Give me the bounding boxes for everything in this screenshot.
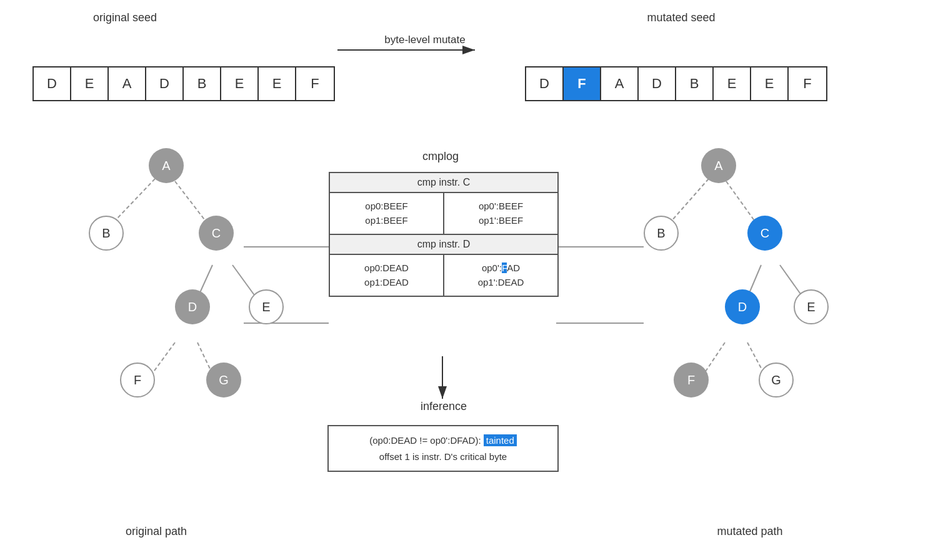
left-node-B: B (89, 216, 124, 251)
left-node-C: C (199, 216, 234, 251)
right-node-D: D (725, 289, 760, 324)
left-node-F: F (120, 362, 155, 398)
original-seed-label: original seed (37, 11, 212, 24)
mutated-seed-cell-5: E (714, 68, 751, 100)
byte-level-mutate-label: byte-level mutate (362, 34, 487, 46)
inference-line1: (op0:DEAD != op0':DFAD): tainted (339, 432, 547, 449)
mutated-seed-cell-2: A (601, 68, 639, 100)
right-node-F: F (674, 362, 709, 398)
mutated-seed-cell-6: E (751, 68, 789, 100)
mutated-seed-cell-1-highlighted: F (564, 68, 601, 100)
tainted-badge: tainted (484, 434, 517, 446)
inference-box: (op0:DEAD != op0':DFAD): tainted offset … (327, 425, 559, 472)
original-seed-cell-3: D (146, 68, 184, 100)
main-diagram: original seed mutated seed byte-level mu… (0, 0, 933, 560)
original-path-label: original path (94, 525, 219, 538)
mutated-seed-box: D F A D B E E F (525, 66, 827, 101)
original-seed-box: D E A D B E E F (32, 66, 335, 101)
original-seed-cell-0: D (34, 68, 71, 100)
right-node-C: C (747, 216, 782, 251)
inference-label: inference (381, 400, 506, 413)
mutated-seed-cell-7: F (789, 68, 826, 100)
left-node-G: G (206, 362, 241, 398)
mutated-path-label: mutated path (687, 525, 812, 538)
left-node-E: E (249, 289, 284, 324)
mutated-seed-label: mutated seed (594, 11, 769, 24)
mutated-seed-cell-3: D (639, 68, 676, 100)
original-seed-cell-6: E (259, 68, 296, 100)
original-seed-cell-1: E (71, 68, 109, 100)
right-node-E: E (794, 289, 829, 324)
right-node-B: B (644, 216, 679, 251)
left-node-D: D (175, 289, 210, 324)
cmplog-section1-header: cmp instr. C (330, 173, 557, 193)
original-seed-cell-4: B (184, 68, 221, 100)
cmplog-s2-cell1: op0:DEAD op1:DEAD (330, 255, 443, 296)
mutated-seed-cell-4: B (676, 68, 714, 100)
cmplog-label: cmplog (369, 150, 512, 163)
original-seed-cell-7: F (296, 68, 334, 100)
cmplog-section2-header: cmp instr. D (330, 234, 557, 255)
cmplog-s2-cell2: op0':FAD op1':DEAD (443, 255, 557, 296)
cmplog-table: cmp instr. C op0:BEEF op1:BEEF op0':BEEF… (329, 172, 559, 297)
original-seed-cell-2: A (109, 68, 146, 100)
cmplog-s1-cell1: op0:BEEF op1:BEEF (330, 193, 443, 234)
cmplog-section2-row: op0:DEAD op1:DEAD op0':FAD op1':DEAD (330, 255, 557, 296)
mutated-seed-cell-0: D (526, 68, 564, 100)
right-node-A: A (701, 148, 736, 183)
inference-line2: offset 1 is instr. D's critical byte (339, 449, 547, 465)
original-seed-cell-5: E (221, 68, 259, 100)
cmplog-section1-row: op0:BEEF op1:BEEF op0':BEEF op1':BEEF (330, 193, 557, 234)
left-node-A: A (149, 148, 184, 183)
right-node-G: G (759, 362, 794, 398)
cmplog-s1-cell2: op0':BEEF op1':BEEF (443, 193, 557, 234)
